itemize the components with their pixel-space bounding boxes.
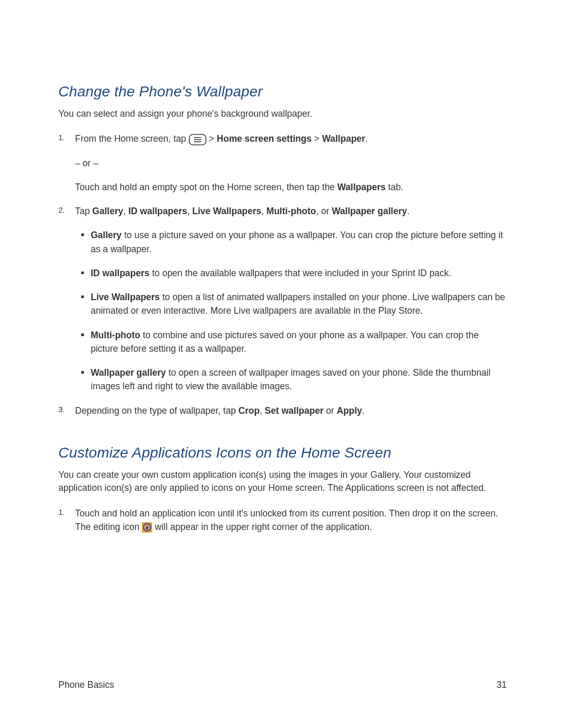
step2-post: . xyxy=(407,206,410,216)
steps-change-wallpaper: From the Home screen, tap > Home screen … xyxy=(58,132,507,417)
bullet-gallery-b: Gallery xyxy=(91,230,121,240)
step2-b2: ID wallpapers xyxy=(128,206,187,216)
step2-b1: Gallery xyxy=(92,206,123,216)
heading-customize-icons: Customize Applications Icons on the Home… xyxy=(58,445,507,461)
step1b-bold: Wallpapers xyxy=(337,182,386,192)
step2-s3: , xyxy=(261,206,266,216)
step1-bold2: Wallpaper xyxy=(322,133,365,144)
step-1: From the Home screen, tap > Home screen … xyxy=(58,132,507,194)
bullet-live: Live Wallpapers to open a list of animat… xyxy=(91,290,507,318)
intro-customize-icons: You can create your own custom applicati… xyxy=(58,468,507,495)
bullet-gallery: Gallery to use a picture saved on your p… xyxy=(91,228,507,256)
step1-bold1: Home screen settings xyxy=(217,133,312,144)
bullet-id-b: ID wallpapers xyxy=(91,268,150,278)
step2-b3: Live Wallpapers xyxy=(192,206,262,216)
step1-pre: From the Home screen, tap xyxy=(75,133,189,144)
intro-change-wallpaper: You can select and assign your phone's b… xyxy=(58,107,507,120)
step3-post: . xyxy=(362,405,365,416)
document-page: Change the Phone's Wallpaper You can sel… xyxy=(0,0,563,534)
bullet-gallery-t: to use a picture saved on your phone as … xyxy=(91,230,503,254)
step3-b2: Set wallpaper xyxy=(265,405,324,416)
bullet-wg-b: Wallpaper gallery xyxy=(91,367,166,378)
edit-icon xyxy=(142,522,152,533)
step1b-pre: Touch and hold an empty spot on the Home… xyxy=(75,182,337,192)
step3-s1: , xyxy=(260,405,265,416)
customize-step-1: Touch and hold an application icon until… xyxy=(58,507,507,534)
footer-page-number: 31 xyxy=(497,680,507,690)
step2-b5: Wallpaper gallery xyxy=(332,206,407,216)
step3-b3: Apply xyxy=(337,405,362,416)
step2-s2: , xyxy=(187,206,192,216)
or-separator: – or – xyxy=(75,156,507,170)
bullet-live-b: Live Wallpapers xyxy=(91,292,160,302)
bullet-multi: Multi-photo to combine and use pictures … xyxy=(91,328,507,356)
bullet-multi-t: to combine and use pictures saved on you… xyxy=(91,330,479,354)
step3-pre: Depending on the type of wallpaper, tap xyxy=(75,405,238,416)
bullet-id-t: to open the available wallpapers that we… xyxy=(150,268,451,278)
step2-pre: Tap xyxy=(75,206,92,216)
step1-alt: Touch and hold an empty spot on the Home… xyxy=(75,180,507,194)
step1-post: . xyxy=(365,133,368,144)
section-customize-icons: Customize Applications Icons on the Home… xyxy=(58,445,507,534)
step1b-post: tab. xyxy=(386,182,403,192)
step-3: Depending on the type of wallpaper, tap … xyxy=(58,404,507,417)
bullet-multi-b: Multi-photo xyxy=(91,330,140,340)
menu-icon xyxy=(189,134,206,145)
step2-b4: Multi-photo xyxy=(266,206,316,216)
step-2: Tap Gallery, ID wallpapers, Live Wallpap… xyxy=(58,204,507,393)
bullet-wg: Wallpaper gallery to open a screen of wa… xyxy=(91,366,507,393)
heading-change-wallpaper: Change the Phone's Wallpaper xyxy=(58,83,507,100)
section-change-wallpaper: Change the Phone's Wallpaper You can sel… xyxy=(58,83,507,417)
bullet-id: ID wallpapers to open the available wall… xyxy=(91,266,507,280)
page-footer: Phone Basics 31 xyxy=(58,680,507,690)
cstep1-post: will appear in the upper right corner of… xyxy=(152,522,372,532)
footer-section-name: Phone Basics xyxy=(58,680,114,690)
step2-s1: , xyxy=(123,206,128,216)
steps-customize-icons: Touch and hold an application icon until… xyxy=(58,507,507,534)
step1-mid: > xyxy=(206,133,217,144)
wallpaper-options-list: Gallery to use a picture saved on your p… xyxy=(75,228,507,393)
step3-b1: Crop xyxy=(238,405,260,416)
step2-s4: , or xyxy=(316,206,332,216)
step3-s2: or xyxy=(324,405,337,416)
step1-sep: > xyxy=(312,133,322,144)
